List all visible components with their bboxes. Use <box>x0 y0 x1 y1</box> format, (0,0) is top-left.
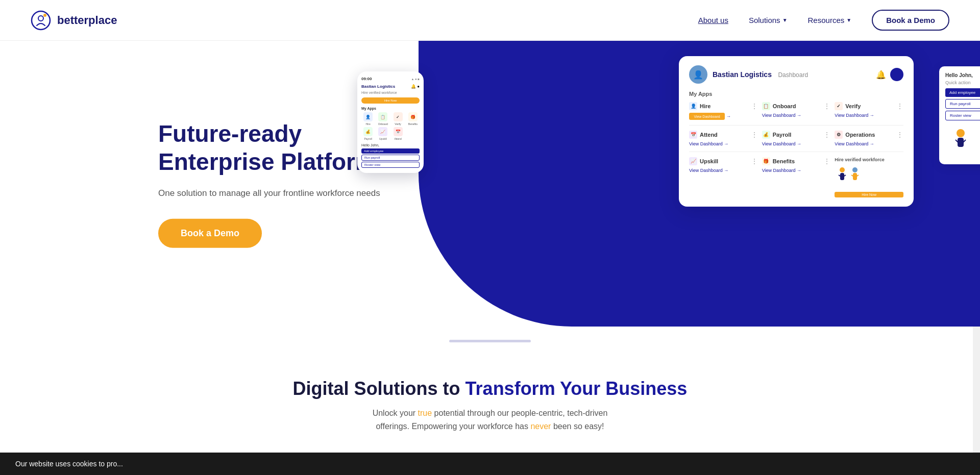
payroll-menu-icon[interactable]: ⋮ <box>823 131 830 139</box>
qa-roster-view[interactable]: Roster view <box>945 111 980 120</box>
nav-links: About us Solutions ▼ Resources ▼ Book a … <box>698 10 949 31</box>
hire-now-btn[interactable]: Hire Now <box>835 192 903 197</box>
verify-menu-icon[interactable]: ⋮ <box>896 102 903 110</box>
onboard-app-icon: 📋 <box>378 112 387 121</box>
hero-content: Future-ready Enterprise Platform One sol… <box>158 120 380 248</box>
onboard-view-link[interactable]: View Dashboard → <box>762 113 801 118</box>
phone-app-onboard: 📋 Onboard <box>376 112 389 126</box>
logo-text: betterplace <box>57 14 117 27</box>
dash-header: 👤 Bastian Logistics Dashboard 🔔 <box>689 65 903 84</box>
digital-section: Digital Solutions to Transform Your Busi… <box>0 347 980 443</box>
ops-view-link[interactable]: View Dashboard → <box>835 141 874 146</box>
cookie-text: Our website uses cookies to pro... <box>15 460 123 468</box>
upskill-icon-dash: 📈 <box>689 157 697 165</box>
bell-icon: 🔔 <box>876 70 886 80</box>
scroll-indicator <box>0 335 980 347</box>
onboard-menu-icon[interactable]: ⋮ <box>823 102 830 110</box>
nav-resources[interactable]: Resources ▼ <box>808 16 852 24</box>
verify-app-icon: ✓ <box>394 112 403 121</box>
dashboard-company: Bastian Logistics <box>713 70 772 79</box>
phone-qa-payroll: Run payroll <box>361 155 420 161</box>
phone-app-verify: ✓ Verify <box>391 112 405 126</box>
payroll-icon: 💰 <box>762 131 770 139</box>
phone-quick-actions: Add employee Run payroll Roster view <box>361 148 420 168</box>
upskill-app-icon: 📈 <box>378 127 387 136</box>
svg-point-11 <box>957 129 965 137</box>
hero-title: Future-ready Enterprise Platform <box>158 120 380 176</box>
hero-subtitle: One solution to manage all your frontlin… <box>158 186 380 200</box>
verify-icon: ✓ <box>835 102 843 110</box>
upskill-menu-icon[interactable]: ⋮ <box>751 157 758 165</box>
attend-view-link[interactable]: View Dashboard → <box>689 141 728 146</box>
onboard-icon: 📋 <box>762 102 770 110</box>
phone-app-upskill: 📈 Upskill <box>376 127 389 140</box>
payroll-app-icon: 💰 <box>363 127 373 136</box>
svg-point-7 <box>852 167 857 172</box>
benefits-icon-dash: 🎁 <box>762 157 770 165</box>
logo-area: betterplace <box>31 10 117 31</box>
svg-point-2 <box>43 14 46 17</box>
phone-company: Bastian Logistics <box>361 84 395 89</box>
app-onboard: 📋 Onboard ⋮ View Dashboard → <box>762 102 831 120</box>
app-operations: ⚙ Operations ⋮ View Dashboard → <box>835 131 903 146</box>
dashboard-card-wrapper: 👤 Bastian Logistics Dashboard 🔔 My Apps <box>679 56 934 207</box>
ops-icon: ⚙ <box>835 131 843 139</box>
divider-1 <box>689 125 903 126</box>
svg-point-1 <box>38 16 43 21</box>
hire-icon: 👤 <box>689 102 697 110</box>
hire-menu-icon[interactable]: ⋮ <box>751 102 758 110</box>
hero-section: Future-ready Enterprise Platform One sol… <box>0 41 980 327</box>
phone-mockup: 09:00 ▲ ● ■ Bastian Logistics 🔔 ● Hire v… <box>357 71 424 173</box>
dash-header-icons: 🔔 <box>876 68 903 81</box>
qa-run-payroll[interactable]: Run payroll <box>945 99 980 109</box>
hire-dashboard-btn[interactable]: View Dashboard <box>689 113 725 120</box>
apps-grid-3: 📈 Upskill ⋮ View Dashboard → 🎁 Bene <box>689 157 903 197</box>
app-payroll: 💰 Payroll ⋮ View Dashboard → <box>762 131 831 146</box>
phone-qa-add: Add employee <box>361 148 420 154</box>
divider-2 <box>689 152 903 152</box>
phone-qa-roster: Roster view <box>361 162 420 168</box>
attend-icon: 📅 <box>689 131 697 139</box>
dashboard-card: 👤 Bastian Logistics Dashboard 🔔 My Apps <box>679 56 914 207</box>
hero-cta-button[interactable]: Book a Demo <box>158 218 262 247</box>
hire-app-icon: 👤 <box>363 112 373 121</box>
upskill-view-link[interactable]: View Dashboard → <box>689 168 728 173</box>
ops-menu-icon[interactable]: ⋮ <box>896 131 903 139</box>
phone-bell-icon: 🔔 ● <box>411 84 420 89</box>
digital-subtitle: Unlock your true potential through our p… <box>102 407 878 433</box>
phone-apps-grid: 👤 Hire 📋 Onboard ✓ Verify 🎁 Benefits 💰 P… <box>361 112 420 140</box>
payroll-view-link[interactable]: View Dashboard → <box>762 141 801 146</box>
verify-view-link[interactable]: View Dashboard → <box>835 113 874 118</box>
svg-point-3 <box>840 167 845 172</box>
solutions-chevron-icon: ▼ <box>782 17 788 23</box>
apps-grid-2: 📅 Attend ⋮ View Dashboard → 💰 Payro <box>689 131 903 146</box>
phone-app-hire: 👤 Hire <box>361 112 375 126</box>
hire-verified-panel: Hire verified workforce Hir <box>835 157 903 197</box>
resources-chevron-icon: ▼ <box>846 17 851 23</box>
phone-my-apps-label: My Apps <box>361 107 420 110</box>
apps-grid: 👤 Hire ⋮ View Dashboard → <box>689 102 903 120</box>
navbar: betterplace About us Solutions ▼ Resourc… <box>0 0 980 41</box>
benefits-app-icon: 🎁 <box>408 112 418 121</box>
hello-label: Hello John, <box>945 72 980 78</box>
quick-action-panel: Hello John, Quick action Add employee Ru… <box>939 66 980 164</box>
app-benefits: 🎁 Benefits ⋮ View Dashboard → <box>762 157 831 197</box>
qa-add-employee[interactable]: Add employee <box>945 88 980 97</box>
phone-time: 09:00 <box>361 77 372 81</box>
phone-cta: Hire Now <box>361 97 420 104</box>
quick-action-illustration <box>945 126 980 156</box>
benefits-view-link[interactable]: View Dashboard → <box>762 168 801 173</box>
digital-title: Digital Solutions to Transform Your Busi… <box>102 378 878 399</box>
nav-solutions[interactable]: Solutions ▼ <box>749 16 788 24</box>
user-icon <box>890 68 903 81</box>
app-upskill: 📈 Upskill ⋮ View Dashboard → <box>689 157 758 197</box>
logo-icon <box>31 10 51 31</box>
phone-status-icons: ▲ ● ■ <box>411 78 420 81</box>
workforce-illustration <box>835 164 865 189</box>
attend-menu-icon[interactable]: ⋮ <box>751 131 758 139</box>
attend-app-icon: 📅 <box>394 127 403 136</box>
benefits-menu-icon[interactable]: ⋮ <box>823 157 830 165</box>
nav-demo-button[interactable]: Book a Demo <box>872 10 949 31</box>
dashboard-tab-label: Dashboard <box>778 71 808 79</box>
nav-about[interactable]: About us <box>698 16 728 24</box>
